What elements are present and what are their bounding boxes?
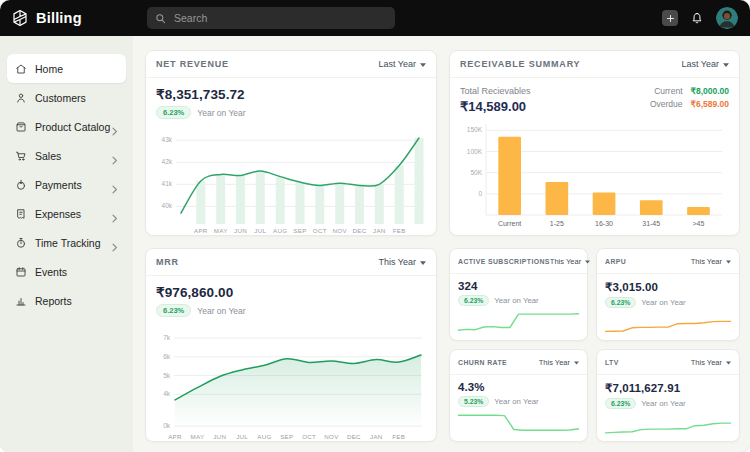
svg-text:6k: 6k — [163, 353, 171, 360]
svg-text:MAY: MAY — [214, 227, 228, 234]
mrr-value: ₹976,860.00 — [156, 284, 426, 300]
chevron-down-icon — [723, 59, 729, 69]
svg-text:1-25: 1-25 — [550, 220, 564, 227]
svg-text:AUG: AUG — [273, 227, 287, 234]
stopwatch-icon — [15, 237, 27, 249]
svg-text:41k: 41k — [162, 180, 173, 187]
person-icon — [15, 92, 27, 104]
overdue-value: ₹6,589.00 — [691, 99, 730, 109]
growth-badge: 6.23% — [605, 398, 636, 409]
active-subscriptions-card: ACTIVE SUBSCRIPTIONS This Year 324 6.23%… — [449, 248, 588, 341]
sidebar-item-label: Events — [35, 266, 67, 278]
badge-caption: Year on Year — [494, 296, 538, 305]
badge-caption: Year on Year — [197, 108, 245, 118]
period-dropdown[interactable]: This Year — [550, 257, 590, 266]
churn-rate-sparkline — [458, 409, 579, 437]
badge-caption: Year on Year — [641, 399, 685, 408]
churn-rate-card: CHURN RATE This Year 4.3% 5.23% Year on … — [449, 349, 588, 442]
plus-icon — [666, 14, 675, 23]
current-value: ₹8,000.00 — [691, 86, 730, 96]
search-box — [147, 7, 395, 29]
svg-text:FEB: FEB — [393, 227, 406, 234]
sidebar-item-reports[interactable]: Reports — [7, 286, 126, 315]
sidebar-item-time-tracking[interactable]: Time Tracking — [7, 228, 126, 257]
svg-text:42k: 42k — [162, 158, 173, 165]
sidebar-item-payments[interactable]: Payments — [7, 170, 126, 199]
mrr-chart: 7k6k5k4k0kAPRMAYJUNJULAUGSEPOCTNOVDECJAN… — [156, 319, 428, 443]
period-dropdown[interactable]: Last Year — [681, 59, 729, 69]
svg-text:5k: 5k — [163, 372, 171, 379]
home-icon — [15, 63, 27, 75]
mrr-card: MRR This Year ₹976,860.00 6.23% Year on … — [145, 248, 437, 442]
billing-logo-icon — [11, 9, 29, 27]
svg-text:SEP: SEP — [280, 433, 293, 440]
period-dropdown[interactable]: This Year — [539, 358, 579, 367]
period-dropdown[interactable]: Last Year — [378, 59, 426, 69]
sidebar-item-label: Customers — [35, 92, 86, 104]
svg-text:0k: 0k — [163, 422, 171, 429]
receivable-summary-card: RECEIVABLE SUMMARY Last Year Total Recie… — [449, 50, 740, 236]
svg-text:MAY: MAY — [190, 433, 204, 440]
search-input[interactable] — [172, 11, 376, 25]
svg-text:JUN: JUN — [234, 227, 247, 234]
svg-text:Current: Current — [498, 220, 521, 227]
svg-text:APR: APR — [194, 227, 208, 234]
sidebar-item-label: Expenses — [35, 208, 81, 220]
svg-text:JAN: JAN — [370, 433, 383, 440]
svg-text:0: 0 — [478, 190, 482, 197]
card-title: ARPU — [605, 258, 626, 265]
sidebar-item-label: Payments — [35, 179, 82, 191]
user-avatar[interactable] — [716, 7, 738, 29]
sidebar-item-label: Reports — [35, 295, 72, 307]
sidebar-item-sales[interactable]: Sales — [7, 141, 126, 170]
ltv-value: ₹7,011,627.91 — [605, 381, 731, 395]
app-logo: Billing — [11, 9, 82, 27]
card-title: ACTIVE SUBSCRIPTIONS — [458, 258, 550, 265]
sidebar-item-label: Time Tracking — [35, 237, 101, 249]
churn-rate-value: 4.3% — [458, 381, 579, 393]
chevron-right-icon — [111, 238, 118, 256]
period-dropdown[interactable]: This Year — [378, 257, 426, 267]
chevron-right-icon — [111, 122, 118, 140]
payment-icon — [15, 179, 27, 191]
sidebar: Home Customers Product Catalog Sales Pay… — [0, 36, 133, 452]
chevron-down-icon — [585, 257, 590, 266]
total-receivables: Total Recievables ₹14,589.00 — [460, 86, 531, 114]
svg-text:JUN: JUN — [213, 433, 226, 440]
svg-text:AUG: AUG — [257, 433, 271, 440]
badge-caption: Year on Year — [494, 397, 538, 406]
svg-text:DEC: DEC — [353, 227, 367, 234]
ltv-card: LTV This Year ₹7,011,627.91 6.23% Year o… — [596, 349, 740, 442]
sidebar-nav: Home Customers Product Catalog Sales Pay… — [0, 54, 133, 315]
svg-text:SEP: SEP — [293, 227, 306, 234]
sidebar-item-label: Home — [35, 63, 63, 75]
svg-text:JUL: JUL — [254, 227, 266, 234]
sidebar-item-product-catalog[interactable]: Product Catalog — [7, 112, 126, 141]
svg-text:DEC: DEC — [347, 433, 361, 440]
card-title: LTV — [605, 359, 619, 366]
receivable-breakdown: Current ₹8,000.00 Overdue ₹6,589.00 — [650, 86, 729, 109]
svg-text:NOV: NOV — [324, 433, 339, 440]
svg-text:>45: >45 — [692, 220, 704, 227]
notifications-button[interactable] — [690, 11, 704, 26]
sidebar-item-customers[interactable]: Customers — [7, 83, 126, 112]
current-label: Current — [654, 86, 682, 96]
calendar-icon — [15, 266, 27, 278]
period-dropdown[interactable]: This Year — [691, 358, 731, 367]
total-receivables-value: ₹14,589.00 — [460, 99, 531, 114]
svg-text:100K: 100K — [467, 148, 483, 155]
svg-text:31-45: 31-45 — [642, 220, 660, 227]
growth-badge: 6.23% — [605, 297, 636, 308]
box-icon — [15, 121, 27, 133]
sidebar-item-expenses[interactable]: Expenses — [7, 199, 126, 228]
bell-icon — [690, 11, 704, 26]
arpu-sparkline — [605, 310, 731, 338]
period-dropdown[interactable]: This Year — [691, 257, 731, 266]
sidebar-item-events[interactable]: Events — [7, 257, 126, 286]
add-button[interactable] — [662, 10, 678, 26]
svg-text:43k: 43k — [162, 136, 173, 143]
chevron-down-icon — [420, 59, 426, 69]
sidebar-item-home[interactable]: Home — [7, 54, 126, 83]
svg-text:150K: 150K — [467, 126, 483, 133]
active-subscriptions-value: 324 — [458, 280, 579, 292]
